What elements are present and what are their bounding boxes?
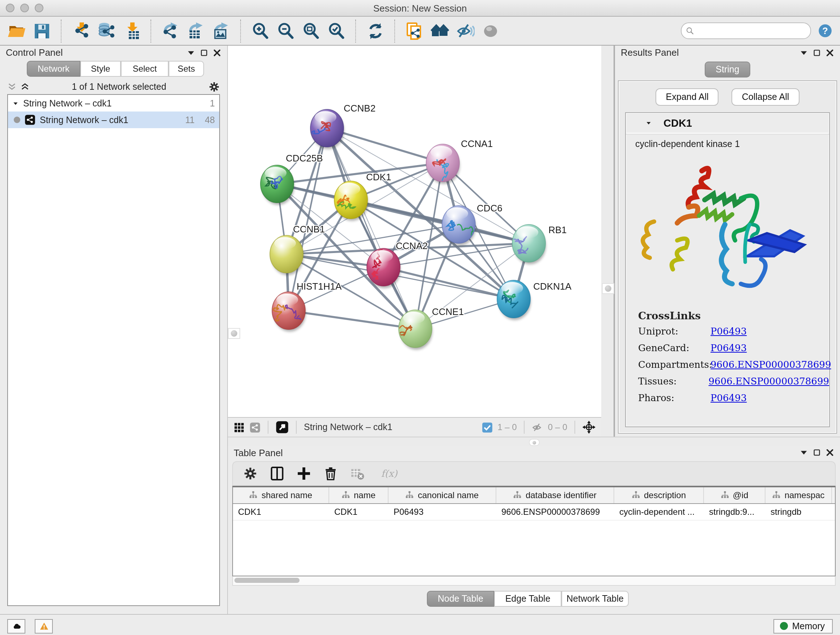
horizontal-splitter[interactable] — [228, 437, 840, 446]
tab-network-table[interactable]: Network Table — [561, 591, 629, 607]
delete-table-icon — [350, 466, 365, 481]
zoom-out-icon[interactable] — [276, 21, 295, 40]
network-node-HIST1H1A[interactable]: HIST1H1A — [272, 281, 342, 332]
expand-all-button[interactable]: Expand All — [656, 88, 719, 106]
zoom-selected-icon[interactable] — [327, 21, 346, 40]
network-row[interactable]: String Network – cdk1 11 48 — [8, 111, 219, 128]
memory-button[interactable]: Memory — [774, 619, 833, 633]
crosslink-link[interactable]: P06493 — [711, 342, 747, 353]
collapse-section-icon[interactable] — [645, 120, 652, 126]
zoom-fit-content-icon[interactable] — [302, 21, 321, 40]
vertical-splitter[interactable] — [601, 46, 615, 437]
panel-close-icon[interactable] — [826, 48, 834, 57]
network-canvas[interactable]: CCNB2CCNA1CDC25BCDK1CDC6RB1CCNB1CCNA2CDK… — [228, 46, 601, 417]
tab-node-table[interactable]: Node Table — [427, 591, 494, 607]
export-network-icon[interactable] — [161, 21, 180, 40]
control-panel-tabs: NetworkStyleSelectSets — [0, 59, 227, 80]
first-neighbors-icon[interactable] — [405, 21, 424, 40]
svg-text:?: ? — [822, 26, 828, 36]
crosslink-link[interactable]: 9606.ENSP00000378699 — [709, 376, 829, 386]
tab-style[interactable]: Style — [80, 61, 121, 77]
panel-close-icon[interactable] — [213, 48, 221, 57]
export-image-icon[interactable] — [212, 21, 231, 40]
navigate-crosshair-icon[interactable] — [583, 421, 595, 434]
toolbar-separator — [355, 19, 357, 42]
node-label-CCNB2: CCNB2 — [344, 103, 376, 114]
search-input[interactable] — [698, 26, 806, 36]
column-header-@id[interactable]: @id — [704, 487, 766, 503]
panel-menu-icon[interactable] — [187, 48, 195, 57]
network-node-CCNB2[interactable]: CCNB2 — [300, 103, 376, 149]
grid-view-icon[interactable] — [234, 422, 245, 432]
network-edge-HIST1H1A-CCNE1[interactable] — [289, 310, 415, 329]
tab-network[interactable]: Network — [27, 61, 80, 77]
save-session-icon[interactable] — [33, 21, 51, 40]
panel-float-icon[interactable] — [813, 48, 821, 57]
network-node-RB1[interactable]: RB1 — [504, 225, 567, 264]
panel-menu-icon[interactable] — [799, 48, 808, 57]
hidden-counts: 0 – 0 — [548, 422, 567, 432]
tab-select[interactable]: Select — [121, 61, 169, 77]
add-column-icon[interactable] — [297, 466, 311, 481]
crosslink-link[interactable]: 9606.ENSP00000378699 — [711, 359, 831, 370]
birds-eye-view-icon[interactable] — [276, 421, 289, 434]
main-toolbar: ? — [0, 17, 840, 46]
show-columns-icon[interactable] — [270, 466, 284, 481]
warnings-button[interactable] — [35, 619, 53, 633]
column-header-namespac[interactable]: namespac — [766, 487, 832, 503]
table-row[interactable]: CDK1CDK1P064939606.ENSP00000378699cyclin… — [233, 504, 835, 521]
collection-label: String Network – cdk1 — [23, 98, 195, 108]
open-session-icon[interactable] — [7, 21, 26, 40]
column-header-name[interactable]: name — [329, 487, 388, 503]
table-panel: Table Panel f(x) shared namenamecanonica… — [228, 446, 840, 614]
collapse-all-icon[interactable] — [7, 82, 17, 91]
panel-splitter-grip[interactable] — [228, 328, 240, 339]
network-node-CCNA1[interactable]: CCNA1 — [426, 138, 493, 184]
crosslink-label: GeneCard: — [638, 342, 711, 353]
expand-all-icon[interactable] — [20, 82, 30, 91]
tab-string[interactable]: String — [705, 62, 750, 78]
crosslink-label: Tissues: — [638, 376, 709, 386]
help-icon[interactable]: ? — [818, 23, 833, 38]
panel-float-icon[interactable] — [200, 48, 208, 57]
tab-sets[interactable]: Sets — [169, 61, 204, 77]
show-all-icon[interactable] — [431, 21, 449, 40]
table-options-gear-icon[interactable] — [243, 466, 257, 481]
crosslink-link[interactable]: P06493 — [711, 326, 747, 337]
collapse-all-button[interactable]: Collapse All — [732, 88, 799, 106]
network-view-icon[interactable] — [249, 422, 261, 432]
column-header-database-identifier[interactable]: database identifier — [496, 487, 614, 503]
table-horizontal-scrollbar[interactable] — [232, 576, 836, 586]
panel-float-icon[interactable] — [813, 448, 821, 457]
network-node-CDKN1A[interactable]: CDKN1A — [497, 280, 572, 320]
zoom-in-icon[interactable] — [251, 21, 270, 40]
network-edge-CCNB1-CDKN1A[interactable] — [286, 254, 514, 299]
column-header-shared-name[interactable]: shared name — [233, 487, 329, 503]
panel-menu-icon[interactable] — [799, 448, 808, 457]
network-options-gear-icon[interactable] — [208, 81, 220, 93]
network-edge-CCNB2-CCNE1[interactable] — [327, 128, 415, 329]
import-network-from-database-icon[interactable] — [97, 21, 116, 40]
tree-expander-icon[interactable] — [12, 100, 19, 106]
hidden-eye-icon — [532, 422, 543, 432]
search-box[interactable] — [681, 22, 811, 39]
column-header-description[interactable]: description — [614, 487, 704, 503]
column-header-canonical-name[interactable]: canonical name — [388, 487, 496, 503]
network-node-CDC6[interactable]: CDC6 — [442, 203, 502, 245]
network-collection-row[interactable]: String Network – cdk1 1 — [8, 95, 219, 111]
hide-selected-icon[interactable] — [456, 21, 475, 40]
delete-column-icon[interactable] — [324, 466, 338, 481]
node-label-CDKN1A: CDKN1A — [533, 281, 572, 292]
network-node-CCNE1[interactable]: CCNE1 — [383, 306, 464, 350]
cloud-status-button[interactable] — [7, 619, 25, 633]
table-cell: cyclin-dependent ... — [614, 504, 704, 520]
crosslink-link[interactable]: P06493 — [711, 393, 747, 403]
import-table-icon[interactable] — [122, 21, 141, 40]
scrollbar-thumb[interactable] — [234, 578, 300, 583]
import-network-icon[interactable] — [72, 21, 90, 40]
tab-edge-table[interactable]: Edge Table — [494, 591, 561, 607]
panel-close-icon[interactable] — [826, 448, 834, 457]
apply-layout-icon[interactable] — [366, 21, 385, 40]
export-table-icon[interactable] — [187, 21, 205, 40]
selected-checkbox-icon[interactable] — [482, 422, 493, 432]
